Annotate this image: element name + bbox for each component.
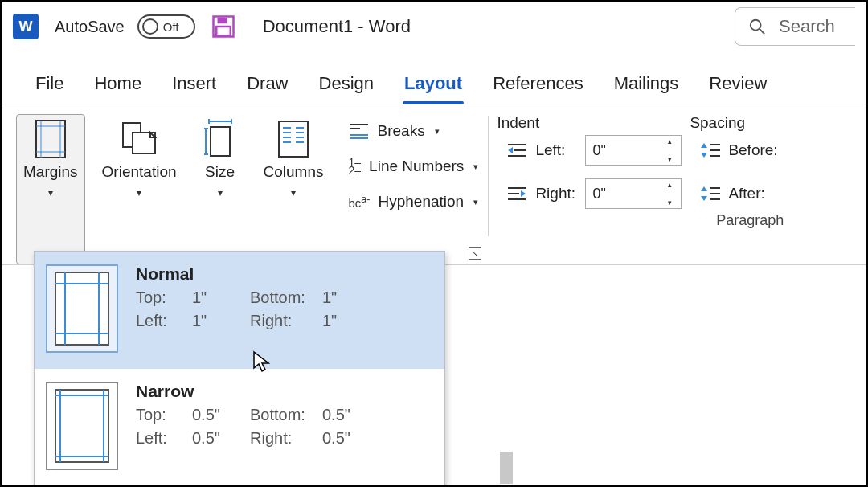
- search-input[interactable]: Search: [735, 7, 855, 46]
- tab-mailings[interactable]: Mailings: [612, 68, 681, 104]
- indent-right-icon: [506, 186, 527, 202]
- margins-option-name: Normal: [136, 264, 428, 284]
- tab-design[interactable]: Design: [317, 68, 375, 104]
- spacing-after-label: After:: [728, 185, 764, 203]
- columns-icon: [274, 120, 313, 158]
- hyphenation-button[interactable]: bca- Hyphenation ▾: [347, 190, 481, 214]
- columns-button[interactable]: Columns ▾: [256, 114, 331, 264]
- ribbon-tabs: File Home Insert Draw Design Layout Refe…: [2, 51, 866, 104]
- chevron-down-icon: ▾: [473, 162, 478, 172]
- tab-draw[interactable]: Draw: [245, 68, 289, 104]
- tab-home[interactable]: Home: [92, 68, 143, 104]
- orientation-button[interactable]: Orientation ▾: [95, 114, 184, 264]
- autosave-label: AutoSave: [55, 18, 125, 36]
- document-title: Document1 - Word: [263, 16, 411, 37]
- chevron-down-icon: ▾: [218, 187, 223, 198]
- svg-rect-1: [217, 18, 227, 24]
- word-logo-icon: W: [13, 14, 39, 39]
- indent-right-label: Right:: [535, 185, 577, 203]
- margins-icon: [31, 120, 70, 158]
- orientation-icon: [120, 120, 158, 158]
- svg-rect-15: [211, 127, 230, 156]
- chevron-down-icon: ▾: [291, 187, 296, 198]
- size-button[interactable]: Size ▾: [194, 114, 247, 264]
- svg-rect-49: [55, 390, 108, 462]
- search-placeholder: Search: [779, 16, 835, 37]
- autosave-toggle[interactable]: Off: [137, 14, 195, 39]
- margins-button[interactable]: Margins ▾: [16, 114, 85, 264]
- indent-right-input[interactable]: 0" ▴▾: [585, 178, 682, 209]
- tab-insert[interactable]: Insert: [170, 68, 218, 104]
- tab-references[interactable]: References: [491, 68, 585, 104]
- page-setup-dialog-launcher[interactable]: ↘: [469, 247, 481, 260]
- page-setup-small-group: Breaks ▾ 1–2– Line Numbers ▾ bca- Hyphen…: [339, 111, 489, 264]
- indent-left-label: Left:: [535, 141, 577, 159]
- tab-review[interactable]: Review: [707, 68, 768, 104]
- indent-left-icon: [506, 142, 527, 158]
- margin-preview-icon: [46, 382, 118, 470]
- line-numbers-button[interactable]: 1–2– Line Numbers ▾: [347, 154, 481, 178]
- spacing-before-icon: [699, 141, 720, 159]
- paragraph-group: Indent Spacing Left: 0" ▴▾ Before: Right…: [489, 111, 866, 264]
- tab-file[interactable]: File: [34, 68, 65, 104]
- chevron-down-icon: ▾: [137, 187, 141, 198]
- svg-point-3: [751, 20, 761, 31]
- margins-option-name: Narrow: [136, 382, 428, 401]
- breaks-icon: [349, 122, 370, 140]
- size-icon: [201, 120, 240, 158]
- spacing-before-label: Before:: [728, 141, 777, 159]
- spacing-after-icon: [699, 185, 720, 203]
- indent-left-input[interactable]: 0" ▴▾: [585, 135, 682, 166]
- chevron-down-icon: ▾: [48, 187, 53, 198]
- spinner-icon[interactable]: ▴▾: [668, 137, 679, 163]
- page-setup-group: Margins ▾ Orientation ▾ Size ▾: [8, 111, 339, 264]
- svg-rect-19: [279, 121, 308, 157]
- svg-line-4: [760, 29, 764, 34]
- indent-header: Indent: [497, 114, 690, 132]
- margin-preview-icon: [46, 264, 118, 353]
- search-icon: [748, 18, 766, 35]
- spinner-icon[interactable]: ▴▾: [668, 181, 679, 207]
- title-bar: W AutoSave Off Document1 - Word Search: [2, 2, 866, 51]
- save-button[interactable]: [211, 14, 235, 39]
- chevron-down-icon: ▾: [435, 126, 440, 137]
- breaks-button[interactable]: Breaks ▾: [347, 119, 481, 143]
- document-scrollbar[interactable]: [500, 452, 513, 484]
- chevron-down-icon: ▾: [473, 197, 478, 207]
- ribbon: Margins ▾ Orientation ▾ Size ▾: [2, 104, 866, 265]
- line-numbers-icon: 1–2–: [349, 158, 362, 174]
- paragraph-group-label: Paragraph: [641, 212, 858, 229]
- hyphenation-icon: bca-: [349, 194, 371, 210]
- spacing-header: Spacing: [690, 114, 745, 132]
- margins-option-narrow[interactable]: Narrow Top: 0.5" Bottom: 0.5" Left: 0.5"…: [35, 369, 444, 486]
- autosave-state: Off: [163, 20, 179, 34]
- margins-option-normal[interactable]: Normal Top: 1" Bottom: 1" Left: 1" Right…: [35, 252, 444, 369]
- svg-rect-2: [216, 27, 231, 35]
- toggle-knob-icon: [142, 18, 158, 35]
- tab-layout[interactable]: Layout: [403, 68, 464, 104]
- margins-dropdown: Normal Top: 1" Bottom: 1" Left: 1" Right…: [34, 251, 445, 487]
